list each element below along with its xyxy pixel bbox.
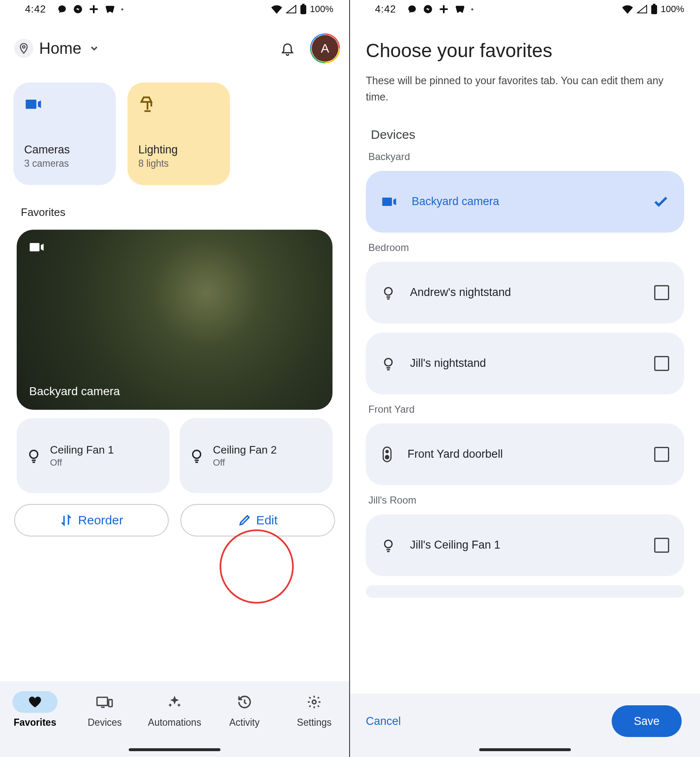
bulb-icon [381, 285, 396, 300]
edit-label: Edit [256, 513, 278, 527]
category-cameras[interactable]: Cameras 3 cameras [13, 83, 116, 185]
svg-rect-4 [302, 4, 305, 5]
nav-label: Automations [148, 717, 201, 728]
bulb-icon [381, 538, 396, 553]
tile-subtitle: Off [213, 457, 277, 468]
card-title: Lighting [138, 143, 219, 156]
more-notifications-icon [121, 8, 123, 10]
svg-rect-9 [109, 699, 112, 707]
gesture-handle[interactable] [479, 748, 571, 751]
nav-label: Activity [229, 717, 260, 728]
device-row-andrew-nightstand[interactable]: Andrew's nightstand [366, 262, 684, 323]
checkbox-unchecked[interactable] [654, 356, 669, 371]
cell-signal-icon [286, 5, 297, 14]
messenger-icon [73, 4, 83, 14]
svg-point-16 [385, 288, 392, 295]
slack-icon [89, 4, 99, 14]
favorites-heading: Favorites [0, 185, 349, 226]
checkbox-unchecked[interactable] [654, 538, 669, 553]
svg-point-20 [385, 455, 389, 459]
svg-point-10 [312, 700, 316, 704]
svg-rect-18 [383, 447, 391, 461]
status-time: 4:42 [25, 3, 46, 15]
wifi-icon [271, 5, 282, 14]
cancel-button[interactable]: Cancel [366, 715, 401, 728]
tile-title: Ceiling Fan 2 [213, 444, 277, 456]
device-name: Front Yard doorbell [408, 448, 640, 461]
home-selector[interactable]: Home [14, 39, 100, 58]
tile-title: Ceiling Fan 1 [50, 444, 114, 456]
discord-icon [105, 5, 115, 14]
favorite-tile-fan2[interactable]: Ceiling Fan 2 Off [180, 418, 332, 493]
status-time: 4:42 [375, 3, 396, 15]
battery-icon [300, 4, 307, 15]
svg-rect-8 [97, 697, 108, 706]
camera-name: Backyard camera [29, 385, 120, 398]
room-heading: Front Yard [368, 404, 684, 415]
device-row-jill-nightstand[interactable]: Jill's nightstand [366, 333, 684, 394]
device-name: Jill's nightstand [410, 357, 640, 370]
nav-automations[interactable]: Automations [143, 691, 206, 728]
tile-subtitle: Off [50, 457, 114, 468]
battery-percent: 100% [661, 4, 684, 15]
device-name: Andrew's nightstand [410, 286, 640, 299]
wifi-icon [622, 5, 633, 14]
reorder-icon [60, 514, 73, 527]
battery-icon [651, 4, 658, 15]
card-subtitle: 3 cameras [24, 158, 105, 169]
checkbox-unchecked[interactable] [654, 447, 669, 462]
camera-icon [24, 95, 105, 118]
favorite-tile-fan1[interactable]: Ceiling Fan 1 Off [17, 418, 170, 493]
avatar-letter: A [321, 41, 329, 55]
device-row-doorbell[interactable]: Front Yard doorbell [366, 424, 684, 485]
nav-favorites[interactable]: Favorites [4, 691, 66, 728]
favorite-camera-tile[interactable]: Backyard camera [17, 230, 332, 410]
svg-rect-14 [651, 5, 657, 14]
svg-point-17 [385, 358, 392, 366]
location-pin-icon [14, 39, 33, 58]
svg-rect-3 [300, 5, 306, 14]
bulb-icon [189, 448, 205, 464]
bell-icon[interactable] [280, 41, 295, 56]
discord-icon [455, 5, 465, 14]
battery-percent: 100% [310, 4, 333, 15]
history-icon [222, 691, 267, 713]
save-button[interactable]: Save [612, 705, 682, 737]
check-icon [652, 193, 669, 210]
devices-heading: Devices [371, 128, 684, 142]
tutorial-highlight [220, 529, 294, 604]
chevron-down-icon [89, 43, 100, 54]
checkbox-unchecked[interactable] [654, 285, 669, 300]
svg-point-19 [386, 450, 388, 452]
bulb-icon [381, 356, 396, 371]
camera-icon [381, 193, 398, 210]
devices-icon [82, 691, 127, 713]
nav-activity[interactable]: Activity [213, 691, 276, 728]
nav-settings[interactable]: Settings [283, 691, 345, 728]
nav-devices[interactable]: Devices [73, 691, 136, 728]
home-name: Home [39, 40, 81, 58]
card-subtitle: 8 lights [138, 158, 219, 169]
device-name: Backyard camera [412, 195, 638, 208]
room-heading: Bedroom [368, 242, 684, 253]
avatar[interactable]: A [312, 35, 338, 62]
doorbell-icon [381, 446, 393, 463]
gear-icon [292, 691, 337, 713]
chat-bubble-icon [407, 4, 417, 14]
reorder-label: Reorder [78, 513, 123, 527]
device-row-partial [366, 585, 684, 598]
svg-point-21 [385, 540, 392, 548]
messenger-icon [423, 4, 433, 14]
device-name: Jill's Ceiling Fan 1 [410, 539, 640, 551]
camera-icon [28, 239, 45, 256]
svg-rect-15 [653, 4, 655, 5]
lamp-icon [138, 95, 219, 118]
device-row-backyard-camera[interactable]: Backyard camera [366, 171, 684, 233]
svg-point-6 [30, 450, 38, 458]
edit-button[interactable]: Edit [180, 504, 335, 536]
reorder-button[interactable]: Reorder [14, 504, 169, 536]
category-lighting[interactable]: Lighting 8 lights [128, 83, 230, 185]
svg-point-5 [22, 46, 25, 48]
device-row-jill-fan[interactable]: Jill's Ceiling Fan 1 [366, 514, 684, 576]
gesture-handle[interactable] [129, 748, 220, 751]
